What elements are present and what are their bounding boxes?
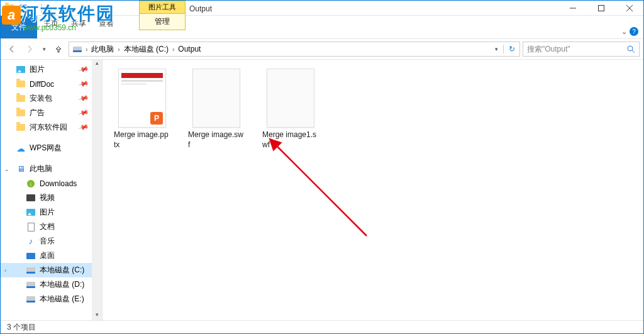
close-button[interactable]: [615, 1, 643, 16]
main-area: 图片📌DiffDoc📌安装包📌广告📌河东软件园📌 ☁ WPS网盘 ⌄ 🖥 此电脑…: [1, 60, 643, 320]
navigation-bar: ▾ › 此电脑 › 本地磁盘 (C:) › Output ▾ ↻ 搜索"Outp…: [1, 38, 643, 60]
disk-icon: [26, 265, 36, 276]
sidebar-quick-item[interactable]: 安装包📌: [1, 91, 102, 106]
qat-dropdown-icon[interactable]: ▾: [31, 2, 38, 14]
collapse-icon[interactable]: ⌄: [4, 166, 9, 172]
sidebar-pc-item[interactable]: 文档: [1, 220, 102, 234]
sidebar-item-label: 音乐: [40, 236, 55, 247]
sidebar-item-label: 安装包: [30, 93, 52, 104]
breadcrumb-seg-0[interactable]: 此电脑: [90, 44, 115, 55]
ribbon-file-tab[interactable]: 文件: [1, 16, 37, 38]
help-icon[interactable]: ?: [630, 27, 638, 36]
sidebar-pc-item[interactable]: 本地磁盘 (D:): [1, 277, 102, 292]
sidebar-wps-cloud[interactable]: ☁ WPS网盘: [1, 141, 102, 155]
pic-icon: [26, 208, 36, 218]
file-item[interactable]: Merge image1.swf: [261, 69, 320, 150]
sidebar-quick-item[interactable]: 广告📌: [1, 106, 102, 120]
sidebar-item-label: 文档: [40, 221, 55, 232]
computer-icon: 🖥: [16, 164, 26, 174]
folder-icon: [16, 108, 26, 118]
status-item-count: 3 个项目: [7, 322, 36, 333]
ribbon-tab-home[interactable]: 主页: [37, 16, 65, 38]
sidebar-pc-item[interactable]: ♪音乐: [1, 234, 102, 248]
chevron-right-icon[interactable]: ›: [115, 46, 122, 53]
ribbon-expand-icon[interactable]: ⌄: [621, 28, 627, 36]
video-icon: [26, 193, 36, 203]
navigation-sidebar[interactable]: 图片📌DiffDoc📌安装包📌广告📌河东软件园📌 ☁ WPS网盘 ⌄ 🖥 此电脑…: [1, 60, 103, 320]
pptx-badge-icon: P: [150, 112, 163, 125]
picture-tools-contextual-tab[interactable]: 图片工具 管理: [139, 1, 186, 30]
search-icon[interactable]: [627, 45, 635, 53]
file-thumbnail-blank: [267, 69, 314, 128]
picture-tools-manage[interactable]: 管理: [139, 14, 186, 30]
sidebar-item-label: 桌面: [40, 250, 55, 261]
breadcrumb-seg-1[interactable]: 本地磁盘 (C:): [123, 44, 170, 55]
sidebar-pc-item[interactable]: 桌面: [1, 248, 102, 263]
breadcrumb-seg-2[interactable]: Output: [177, 45, 202, 53]
properties-icon[interactable]: [17, 2, 30, 14]
pin-icon: 📌: [78, 78, 90, 89]
expand-icon[interactable]: ›: [4, 267, 6, 274]
pin-icon: 📌: [78, 107, 90, 118]
file-item[interactable]: Merge image.swf: [187, 69, 246, 150]
sidebar-pc-item[interactable]: 视频: [1, 191, 102, 205]
explorer-icon: [3, 2, 16, 14]
sidebar-this-pc[interactable]: ⌄ 🖥 此电脑: [1, 162, 102, 176]
pic-icon: [16, 65, 26, 75]
sidebar-item-label: DiffDoc: [30, 80, 54, 89]
doc-icon: [26, 222, 36, 232]
sidebar-item-label: Downloads: [40, 179, 77, 188]
sidebar-quick-item[interactable]: 河东软件园📌: [1, 120, 102, 135]
cloud-icon: ☁: [16, 143, 26, 153]
breadcrumb-drive-icon: [72, 47, 83, 52]
nav-recent-dropdown[interactable]: ▾: [40, 42, 48, 57]
pin-icon: 📌: [78, 64, 90, 75]
address-bar[interactable]: › 此电脑 › 本地磁盘 (C:) › Output ▾ ↻: [69, 42, 520, 57]
ribbon-tab-view[interactable]: 查看: [92, 16, 120, 38]
nav-back-button[interactable]: [4, 42, 19, 57]
desktop-icon: [26, 251, 36, 261]
chevron-right-icon[interactable]: ›: [170, 46, 177, 53]
chevron-right-icon[interactable]: ›: [83, 46, 90, 53]
disk-icon: [26, 280, 36, 290]
refresh-button[interactable]: ↻: [503, 45, 519, 53]
sidebar-item-label: 广告: [30, 108, 45, 118]
annotation-arrow: [266, 135, 392, 261]
nav-up-button[interactable]: [51, 42, 66, 57]
sidebar-pc-item[interactable]: 图片: [1, 205, 102, 220]
svg-rect-0: [20, 5, 26, 11]
sidebar-item-label: 图片: [40, 207, 55, 218]
folder-icon: [16, 94, 26, 104]
search-input[interactable]: 搜索"Output": [523, 42, 640, 57]
file-list-area[interactable]: PMerge image.pptxMerge image.swfMerge im…: [103, 60, 643, 320]
file-thumbnail-blank: [192, 69, 240, 128]
window-controls: [558, 1, 643, 16]
dl-icon: ↓: [26, 179, 36, 189]
file-item[interactable]: PMerge image.pptx: [113, 69, 172, 150]
search-placeholder: 搜索"Output": [527, 44, 570, 55]
sidebar-quick-item[interactable]: DiffDoc📌: [1, 77, 102, 91]
file-name-label: Merge image.pptx: [113, 128, 172, 150]
sidebar-quick-item[interactable]: 图片📌: [1, 62, 102, 77]
svg-point-6: [628, 46, 633, 51]
music-icon: ♪: [26, 237, 36, 247]
pin-icon: 📌: [78, 92, 90, 104]
sidebar-scrollbar[interactable]: ▴ ▾: [92, 60, 102, 320]
sidebar-item-label: 视频: [40, 192, 55, 203]
sidebar-pc-item[interactable]: ↓Downloads: [1, 176, 102, 191]
sidebar-item-label: WPS网盘: [30, 143, 62, 153]
address-dropdown-icon[interactable]: ▾: [489, 46, 503, 52]
maximize-button[interactable]: [587, 1, 615, 16]
sidebar-item-label: 此电脑: [30, 164, 52, 174]
nav-forward-button[interactable]: [22, 42, 37, 57]
qat-separator: |: [40, 2, 43, 14]
picture-tools-label: 图片工具: [139, 1, 186, 14]
ribbon-tab-share[interactable]: 共享: [65, 16, 92, 38]
sidebar-pc-item[interactable]: 本地磁盘 (E:): [1, 292, 102, 306]
sidebar-pc-item[interactable]: ›本地磁盘 (C:): [1, 263, 102, 277]
minimize-button[interactable]: [558, 1, 587, 16]
titlebar: ▾ |: [1, 1, 643, 16]
status-bar: 3 个项目: [1, 320, 643, 334]
file-name-label: Merge image.swf: [187, 128, 246, 150]
ribbon: 文件 主页 共享 查看 图片工具 管理 Output ⌄ ?: [1, 16, 643, 38]
